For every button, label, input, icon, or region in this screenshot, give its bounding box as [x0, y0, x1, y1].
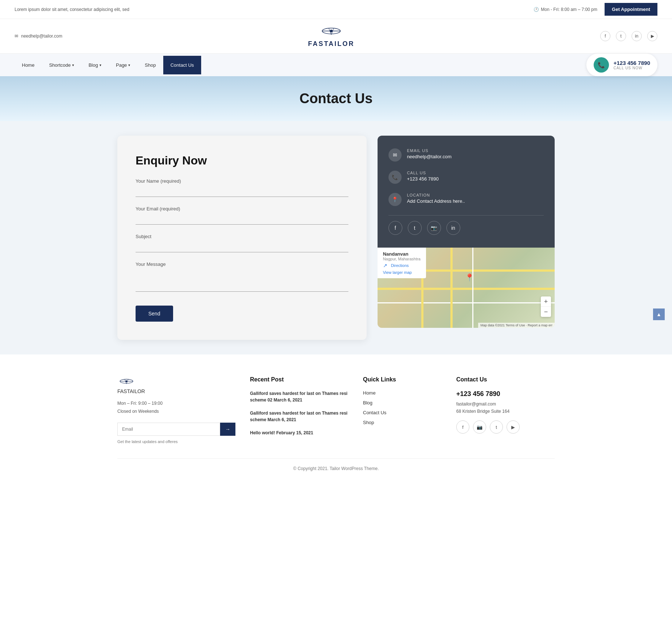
footer-facebook-icon[interactable]: f — [456, 420, 469, 434]
copyright-text: © Copyright 2021. Tailor WordPress Theme… — [293, 466, 379, 471]
footer-logo-icon — [117, 376, 136, 387]
send-button[interactable]: Send — [136, 306, 173, 322]
footer-link-home[interactable]: Home — [363, 390, 442, 396]
map-road — [472, 248, 473, 328]
business-hours: 🕐 Mon - Fri: 8:00 am – 7:00 pm — [534, 7, 597, 12]
nav-shortcode[interactable]: Shortcode ▾ — [42, 56, 81, 74]
email-icon: ✉ — [15, 34, 18, 39]
footer-subscribe-button[interactable]: → — [220, 423, 235, 436]
map-zoom-out-button[interactable]: − — [541, 307, 551, 317]
map-zoom-in-button[interactable]: + — [541, 296, 551, 307]
location-contact-row: 📍 LOCATION Add Contact Address here.. — [388, 193, 544, 206]
view-larger-map-link[interactable]: View larger map — [383, 270, 421, 275]
name-label: Your Name (required) — [136, 178, 348, 184]
get-appointment-button[interactable]: Get Appointment — [605, 3, 657, 16]
subject-field-group: Subject — [136, 234, 348, 252]
contact-twitter-icon[interactable]: t — [408, 221, 422, 235]
footer-post-3: Hello world! February 15, 2021 — [250, 430, 348, 436]
footer-links-list: Home Blog Contact Us Shop — [363, 390, 442, 425]
header-socials: f t in ▶ — [600, 31, 657, 41]
footer-link-blog[interactable]: Blog — [363, 400, 442, 405]
footer-contact-title: Contact Us — [456, 376, 555, 383]
map-location-name: Nandanvan — [383, 251, 421, 257]
nav-contact-us[interactable]: Contact Us — [163, 56, 201, 74]
chevron-down-icon: ▾ — [128, 63, 130, 67]
footer-logo-text: FASTAILOR — [117, 388, 235, 394]
map-overlay: Nandanvan Nagpur, Maharashtra ↗ Directio… — [378, 248, 426, 278]
email-field-group: Your Email (required) — [136, 206, 348, 225]
map-location-sub: Nagpur, Maharashtra — [383, 257, 421, 261]
map-road — [450, 248, 453, 328]
message-label: Your Message — [136, 261, 348, 267]
location-details: LOCATION Add Contact Address here.. — [407, 193, 465, 204]
call-label: CALL US NOW — [613, 66, 650, 70]
header-email: needhelp@tailor.com — [21, 34, 62, 39]
message-textarea[interactable] — [136, 270, 348, 292]
contact-instagram-icon[interactable]: 📷 — [427, 221, 441, 235]
footer-twitter-icon[interactable]: t — [490, 420, 503, 434]
footer-link-shop[interactable]: Shop — [363, 420, 442, 425]
footer-link-contact[interactable]: Contact Us — [363, 410, 442, 415]
contact-info-card: ✉ EMAIL US needhelp@tailor.com 📞 CALL US… — [378, 136, 555, 248]
header-twitter-icon[interactable]: t — [616, 31, 626, 41]
nav-shop[interactable]: Shop — [137, 56, 163, 74]
contact-social-row: f t 📷 in — [388, 215, 544, 235]
footer-recent-posts-col: Recent Post Galliford saves hardest for … — [250, 376, 348, 444]
email-input[interactable] — [136, 214, 348, 225]
footer-instagram-icon[interactable]: 📷 — [473, 420, 486, 434]
navigation: Home Shortcode ▾ Blog ▾ Page ▾ Shop Cont… — [0, 54, 672, 76]
footer-quick-links-col: Quick Links Home Blog Contact Us Shop — [363, 376, 442, 444]
footer-post-link-2[interactable]: Galliford saves hardest for last on Tham… — [250, 410, 348, 423]
clock-icon: 🕐 — [534, 7, 539, 12]
footer-social-row: f 📷 t ▶ — [456, 420, 555, 434]
logo-area[interactable]: FASTAILOR — [308, 24, 355, 48]
footer-email-row: → — [117, 423, 235, 436]
map-zoom-controls: + − — [541, 296, 551, 317]
scroll-to-top-button[interactable]: ▲ — [653, 308, 665, 320]
footer-post-link-3[interactable]: Hello world! February 15, 2021 — [250, 430, 348, 436]
contact-facebook-icon[interactable]: f — [388, 221, 402, 235]
subject-label: Subject — [136, 234, 348, 239]
footer-updates-text: Get the latest updates and offeres — [117, 439, 235, 444]
footer-youtube-icon[interactable]: ▶ — [507, 420, 520, 434]
nav-home[interactable]: Home — [15, 56, 42, 74]
phone-contact-icon: 📞 — [388, 171, 402, 184]
content-grid: Enquiry Now Your Name (required) Your Em… — [117, 136, 555, 340]
header-facebook-icon[interactable]: f — [600, 31, 610, 41]
call-info: +123 456 7890 CALL US NOW — [613, 60, 650, 70]
email-label: Your Email (required) — [136, 206, 348, 212]
map-container: 📍 + − Map data ©2021 Terms of Use · Repo… — [378, 248, 555, 328]
phone-contact-row: 📞 CALL US +123 456 7890 — [388, 171, 544, 184]
footer-brand-col: FASTAILOR Mon – Fri: 9:00 – 19:00 Closed… — [117, 376, 235, 444]
location-icon: 📍 — [388, 193, 402, 206]
nav-page[interactable]: Page ▾ — [109, 56, 137, 74]
map-footer-text: Map data ©2021 Terms of Use · Report a m… — [478, 323, 555, 328]
location-label: LOCATION — [407, 193, 465, 197]
chevron-down-icon: ▾ — [72, 63, 74, 67]
logo-text: FASTAILOR — [308, 40, 355, 48]
svg-point-7 — [126, 380, 127, 382]
footer-post-link-1[interactable]: Galliford saves hardest for last on Tham… — [250, 390, 348, 403]
header: ✉ needhelp@tailor.com FASTAILOR f t in ▶ — [0, 19, 672, 54]
contact-linkedin-icon[interactable]: in — [446, 221, 460, 235]
header-youtube-icon[interactable]: ▶ — [647, 31, 657, 41]
nav-blog[interactable]: Blog ▾ — [81, 56, 109, 74]
main-content: Enquiry Now Your Name (required) Your Em… — [0, 121, 672, 354]
email-icon: ✉ — [388, 148, 402, 162]
footer-grid: FASTAILOR Mon – Fri: 9:00 – 19:00 Closed… — [117, 376, 555, 459]
subject-input[interactable] — [136, 242, 348, 252]
header-instagram-icon[interactable]: in — [632, 31, 642, 41]
footer-email-input[interactable] — [117, 423, 220, 436]
map-directions-link[interactable]: Directions — [391, 263, 409, 268]
nav-menu: Home Shortcode ▾ Blog ▾ Page ▾ Shop Cont… — [15, 56, 201, 74]
footer-phone: +123 456 7890 — [456, 390, 555, 398]
nav-phone-number: +123 456 7890 — [613, 60, 650, 66]
map-pin-icon: 📍 — [465, 273, 474, 282]
name-input[interactable] — [136, 187, 348, 197]
header-email-area: ✉ needhelp@tailor.com — [15, 34, 62, 39]
top-bar-right: 🕐 Mon - Fri: 8:00 am – 7:00 pm Get Appoi… — [534, 3, 657, 16]
top-bar-tagline: Lorem ipsum dolor sit amet, consectetur … — [15, 7, 129, 12]
logo-icon — [319, 24, 344, 39]
recent-posts-title: Recent Post — [250, 376, 348, 383]
directions-icon: ↗ — [383, 263, 387, 268]
